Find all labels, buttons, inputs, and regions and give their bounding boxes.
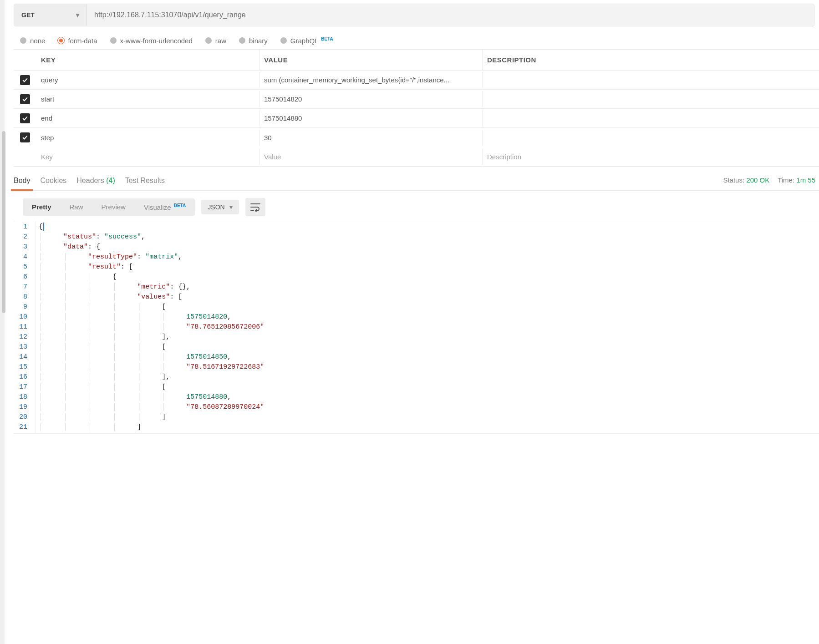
new-desc-input[interactable]: Description: [483, 149, 819, 165]
param-value-input[interactable]: 1575014880: [259, 110, 483, 126]
row-checkbox[interactable]: [20, 75, 30, 85]
param-row: start1575014820: [14, 90, 819, 109]
param-value-input[interactable]: sum (container_memory_working_set_bytes{…: [259, 72, 483, 88]
tab-body[interactable]: Body: [14, 172, 30, 190]
wrap-icon: [250, 203, 261, 212]
chevron-down-icon: ▾: [76, 11, 79, 19]
wrap-lines-button[interactable]: [245, 198, 265, 216]
beta-badge: BETA: [321, 36, 333, 41]
scrollbar-thumb[interactable]: [2, 131, 5, 313]
radio-dot-icon: [20, 37, 26, 44]
params-table: KEY VALUE DESCRIPTION querysum (containe…: [14, 49, 819, 167]
radio-dot-icon: [110, 37, 117, 44]
code-content: {│ "status": "success",│ "data": {│ │ "r…: [36, 221, 264, 433]
http-method-dropdown[interactable]: GET ▾: [14, 4, 87, 26]
body-type-label: binary: [249, 37, 268, 45]
lang-label: JSON: [208, 203, 224, 211]
body-type-label: raw: [215, 37, 226, 45]
params-new-row: Key Value Description: [14, 147, 819, 166]
view-mode-segmented: PrettyRawPreviewVisualize BETA: [23, 198, 195, 216]
text-caret: [43, 223, 44, 231]
param-value-input[interactable]: 1575014820: [259, 91, 483, 107]
param-desc-input[interactable]: [483, 76, 819, 84]
body-type-binary[interactable]: binary: [239, 37, 268, 45]
tab-headers[interactable]: Headers (4): [76, 172, 115, 190]
radio-dot-icon: [58, 37, 64, 44]
param-desc-input[interactable]: [483, 95, 819, 103]
params-header-row: KEY VALUE DESCRIPTION: [14, 50, 819, 71]
status-label: Status:: [723, 176, 744, 184]
view-mode-preview[interactable]: Preview: [92, 198, 135, 216]
radio-dot-icon: [205, 37, 212, 44]
time-value: 1m 55: [796, 176, 815, 184]
param-desc-input[interactable]: [483, 114, 819, 122]
col-value: VALUE: [259, 50, 483, 70]
view-mode-pretty[interactable]: Pretty: [23, 198, 61, 216]
response-meta: Status: 200 OK Time: 1m 55: [723, 176, 815, 184]
tab-cookies[interactable]: Cookies: [40, 172, 66, 190]
request-url-bar: GET ▾ http://192.168.7.115:31070/api/v1/…: [14, 4, 814, 26]
radio-dot-icon: [239, 37, 245, 44]
row-checkbox[interactable]: [20, 132, 30, 142]
status-value: 200 OK: [746, 176, 769, 184]
col-description: DESCRIPTION: [483, 50, 819, 70]
lang-dropdown[interactable]: JSON ▾: [201, 200, 239, 214]
param-key-input[interactable]: start: [36, 91, 259, 107]
response-format-bar: PrettyRawPreviewVisualize BETA JSON ▾: [14, 191, 819, 221]
param-row: end1575014880: [14, 109, 819, 128]
body-type-label: none: [30, 37, 45, 45]
row-checkbox[interactable]: [20, 94, 30, 104]
body-type-none[interactable]: none: [20, 37, 45, 45]
radio-dot-icon: [280, 37, 287, 44]
body-type-graphql[interactable]: GraphQL BETA: [280, 36, 333, 45]
view-mode-visualize[interactable]: Visualize BETA: [135, 198, 195, 216]
line-gutter: 123456789101112131415161718192021: [14, 221, 36, 433]
param-key-input[interactable]: end: [36, 110, 259, 126]
param-desc-input[interactable]: [483, 133, 819, 142]
body-type-raw[interactable]: raw: [205, 37, 226, 45]
param-row: querysum (container_memory_working_set_b…: [14, 71, 819, 90]
scrollbar-track: [0, 0, 5, 434]
response-body-viewer[interactable]: 123456789101112131415161718192021 {│ "st…: [14, 221, 819, 434]
param-key-input[interactable]: query: [36, 72, 259, 88]
body-type-form-data[interactable]: form-data: [58, 37, 97, 45]
body-type-x-www-form-urlencoded[interactable]: x-www-form-urlencoded: [110, 37, 193, 45]
param-key-input[interactable]: step: [36, 130, 259, 146]
body-type-selector: noneform-datax-www-form-urlencodedrawbin…: [14, 26, 819, 49]
url-value: http://192.168.7.115:31070/api/v1/query_…: [94, 11, 246, 19]
response-tabs-bar: BodyCookiesHeaders (4)Test Results Statu…: [14, 169, 819, 191]
param-row: step30: [14, 128, 819, 147]
body-type-label: form-data: [68, 37, 97, 45]
view-mode-raw[interactable]: Raw: [61, 198, 92, 216]
row-checkbox[interactable]: [20, 113, 30, 123]
url-input[interactable]: http://192.168.7.115:31070/api/v1/query_…: [87, 4, 814, 26]
beta-badge: BETA: [174, 203, 186, 208]
tab-count: (4): [106, 177, 115, 184]
http-method-label: GET: [21, 11, 35, 19]
body-type-label: x-www-form-urlencoded: [120, 37, 193, 45]
param-value-input[interactable]: 30: [259, 130, 483, 146]
new-key-input[interactable]: Key: [36, 149, 259, 165]
col-key: KEY: [36, 50, 259, 70]
time-label: Time:: [778, 176, 794, 184]
new-value-input[interactable]: Value: [259, 149, 483, 165]
body-type-label: GraphQL BETA: [290, 36, 333, 45]
chevron-down-icon: ▾: [229, 203, 233, 211]
tab-test-results[interactable]: Test Results: [125, 172, 165, 190]
